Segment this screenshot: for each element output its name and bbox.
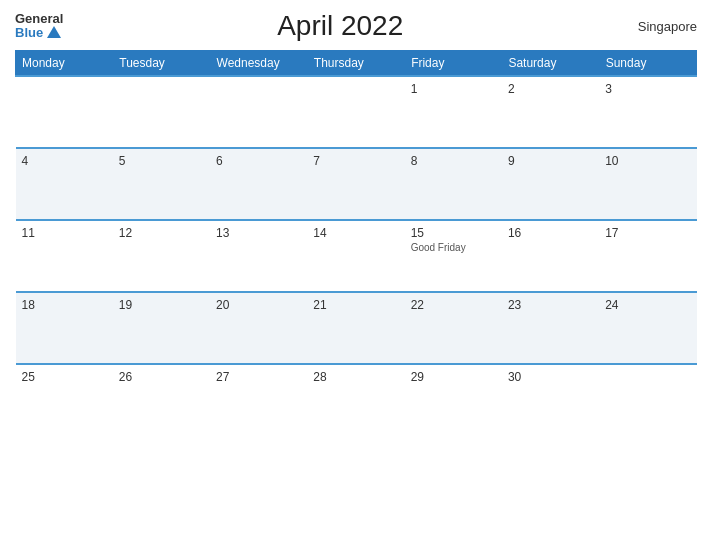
calendar-cell: 23	[502, 292, 599, 364]
calendar-cell: 1	[405, 76, 502, 148]
day-number: 2	[508, 82, 593, 96]
calendar-cell: 26	[113, 364, 210, 436]
day-number: 15	[411, 226, 496, 240]
logo-blue-text: Blue	[15, 26, 43, 40]
day-number: 12	[119, 226, 204, 240]
calendar-cell	[113, 76, 210, 148]
calendar-cell: 5	[113, 148, 210, 220]
calendar-cell: 4	[16, 148, 113, 220]
calendar-cell: 10	[599, 148, 696, 220]
day-number: 10	[605, 154, 690, 168]
calendar-cell: 12	[113, 220, 210, 292]
calendar-cell: 22	[405, 292, 502, 364]
calendar-week-row: 45678910	[16, 148, 697, 220]
calendar-week-row: 1112131415Good Friday1617	[16, 220, 697, 292]
day-number: 25	[22, 370, 107, 384]
day-number: 29	[411, 370, 496, 384]
calendar-cell: 15Good Friday	[405, 220, 502, 292]
holiday-label: Good Friday	[411, 242, 496, 253]
day-number: 28	[313, 370, 398, 384]
col-saturday: Saturday	[502, 51, 599, 77]
day-number: 11	[22, 226, 107, 240]
calendar-cell: 13	[210, 220, 307, 292]
logo-triangle-icon	[47, 26, 61, 38]
calendar-cell: 29	[405, 364, 502, 436]
calendar-cell: 16	[502, 220, 599, 292]
calendar-cell: 14	[307, 220, 404, 292]
calendar-cell	[16, 76, 113, 148]
day-number: 4	[22, 154, 107, 168]
col-monday: Monday	[16, 51, 113, 77]
calendar-cell	[599, 364, 696, 436]
day-number: 13	[216, 226, 301, 240]
calendar-cell	[210, 76, 307, 148]
logo: General Blue	[15, 12, 63, 41]
month-title: April 2022	[63, 10, 617, 42]
day-number: 6	[216, 154, 301, 168]
col-sunday: Sunday	[599, 51, 696, 77]
calendar-cell: 7	[307, 148, 404, 220]
day-number: 27	[216, 370, 301, 384]
calendar-cell: 28	[307, 364, 404, 436]
day-number: 19	[119, 298, 204, 312]
day-number: 5	[119, 154, 204, 168]
calendar-cell: 3	[599, 76, 696, 148]
calendar-cell: 18	[16, 292, 113, 364]
day-number: 24	[605, 298, 690, 312]
weekday-header-row: Monday Tuesday Wednesday Thursday Friday…	[16, 51, 697, 77]
day-number: 16	[508, 226, 593, 240]
day-number: 21	[313, 298, 398, 312]
calendar-header: General Blue April 2022 Singapore	[15, 10, 697, 42]
calendar-cell: 2	[502, 76, 599, 148]
day-number: 26	[119, 370, 204, 384]
calendar-cell	[307, 76, 404, 148]
calendar-cell: 21	[307, 292, 404, 364]
calendar-week-row: 18192021222324	[16, 292, 697, 364]
day-number: 14	[313, 226, 398, 240]
calendar-week-row: 252627282930	[16, 364, 697, 436]
calendar-cell: 11	[16, 220, 113, 292]
calendar-cell: 30	[502, 364, 599, 436]
calendar-cell: 9	[502, 148, 599, 220]
calendar-week-row: 123	[16, 76, 697, 148]
col-tuesday: Tuesday	[113, 51, 210, 77]
calendar-table: Monday Tuesday Wednesday Thursday Friday…	[15, 50, 697, 436]
day-number: 30	[508, 370, 593, 384]
day-number: 20	[216, 298, 301, 312]
calendar-cell: 20	[210, 292, 307, 364]
day-number: 8	[411, 154, 496, 168]
col-wednesday: Wednesday	[210, 51, 307, 77]
logo-text: General Blue	[15, 12, 63, 41]
calendar-cell: 27	[210, 364, 307, 436]
day-number: 22	[411, 298, 496, 312]
logo-general-text: General	[15, 11, 63, 26]
country-label: Singapore	[617, 19, 697, 34]
day-number: 1	[411, 82, 496, 96]
day-number: 7	[313, 154, 398, 168]
day-number: 9	[508, 154, 593, 168]
day-number: 17	[605, 226, 690, 240]
calendar-cell: 24	[599, 292, 696, 364]
calendar-cell: 17	[599, 220, 696, 292]
day-number: 3	[605, 82, 690, 96]
calendar-cell: 19	[113, 292, 210, 364]
day-number: 18	[22, 298, 107, 312]
calendar-page: General Blue April 2022 Singapore Monday…	[0, 0, 712, 550]
col-friday: Friday	[405, 51, 502, 77]
calendar-cell: 8	[405, 148, 502, 220]
calendar-cell: 25	[16, 364, 113, 436]
col-thursday: Thursday	[307, 51, 404, 77]
day-number: 23	[508, 298, 593, 312]
calendar-cell: 6	[210, 148, 307, 220]
